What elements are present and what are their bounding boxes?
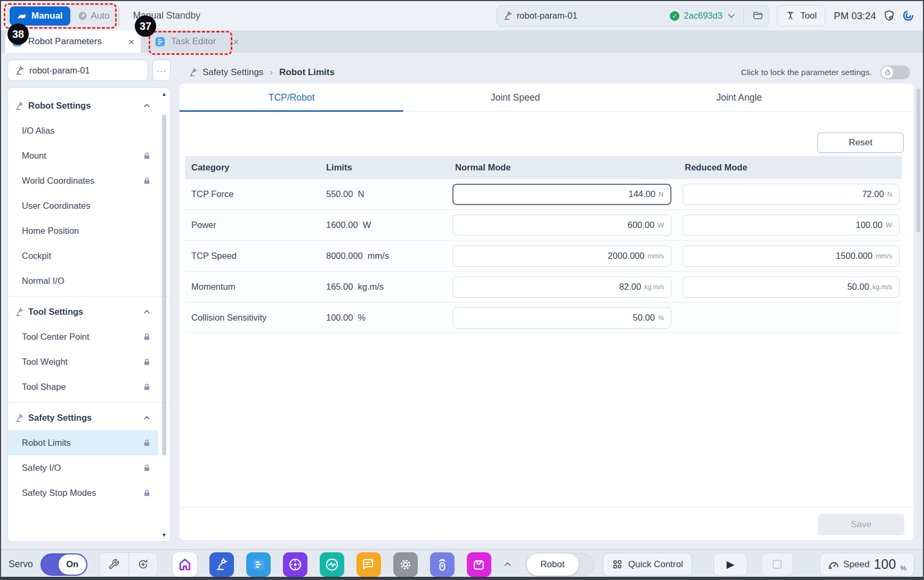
parameter-file-selector[interactable]: robot-param-01 ✓ 2ac693d3 — [497, 5, 769, 27]
speedometer-icon — [828, 559, 839, 570]
sidebar-more-button[interactable]: ··· — [152, 60, 171, 81]
divider — [8, 296, 170, 297]
scrollbar-thumb[interactable] — [162, 115, 166, 455]
operation-mode-toggle: Manual Auto — [7, 4, 119, 28]
table-row-collision-sensitivity: Collision Sensitivity 100.00% 50.00 % — [185, 303, 902, 333]
scroll-up-icon[interactable]: ▲ — [160, 91, 168, 97]
update-motion-button[interactable] — [128, 553, 157, 576]
sidebar-item-safety-io[interactable]: Safety I/O — [8, 455, 158, 480]
item-label: Robot Limits — [22, 438, 71, 448]
col-header-reduced-mode: Reduced Mode — [678, 162, 902, 173]
robot-icon — [14, 413, 24, 423]
input-value: 1500.000 — [836, 251, 873, 261]
safety-shield-icon[interactable] — [884, 10, 896, 22]
row-limit: 165.00kg.m/s — [299, 282, 443, 292]
manual-mode-button[interactable]: Manual — [10, 6, 70, 26]
sidebar-item-mount[interactable]: Mount — [8, 143, 158, 168]
stop-button[interactable] — [761, 553, 793, 576]
divider — [8, 402, 170, 403]
normal-mode-input[interactable]: 50.00 % — [452, 307, 671, 329]
sidebar-item-tool-shape[interactable]: Tool Shape — [8, 374, 158, 399]
sidebar-item-tool-center-point[interactable]: Tool Center Point — [8, 324, 158, 349]
reduced-mode-input[interactable]: 100.00 W — [683, 215, 899, 236]
sidebar-scrollbar[interactable]: ▲ ▼ — [160, 91, 168, 538]
reduced-mode-input[interactable]: 72.00 N — [683, 184, 899, 205]
scrollbar-thumb[interactable] — [917, 88, 920, 232]
main-scrollbar[interactable] — [915, 87, 921, 540]
tab-joint-angle[interactable]: Joint Angle — [627, 84, 851, 111]
section-tool-settings[interactable]: Tool Settings — [8, 299, 158, 324]
quick-control-grid-icon — [612, 559, 623, 570]
sidebar-item-robot-limits[interactable]: Robot Limits — [8, 430, 158, 455]
tab-tcp-robot[interactable]: TCP/Robot — [180, 84, 403, 111]
dock-app-home-icon[interactable] — [173, 552, 197, 577]
chevron-up-icon[interactable] — [143, 414, 151, 422]
quick-control-button[interactable]: Quick Control — [603, 553, 692, 576]
dock-app-log-icon[interactable] — [356, 552, 381, 577]
sidebar-param-name-field[interactable]: robot-param-01 — [7, 60, 148, 81]
input-unit: W — [658, 222, 664, 229]
sidebar-item-io-alias[interactable]: I/O Alias — [8, 118, 158, 143]
input-unit: W — [886, 222, 892, 229]
sidebar-item-safety-stop-modes[interactable]: Safety Stop Modes — [8, 480, 158, 505]
speed-control[interactable]: Speed 100 % — [820, 553, 914, 576]
tool-button[interactable]: Tool — [777, 5, 825, 27]
section-safety-settings[interactable]: Safety Settings — [8, 405, 158, 430]
sidebar-item-normal-io[interactable]: Normal I/O — [8, 268, 158, 293]
play-button[interactable]: ▶ — [714, 553, 748, 576]
limit-unit: W — [363, 220, 371, 230]
wrench-button[interactable] — [100, 553, 128, 576]
close-tab-icon[interactable]: × — [233, 37, 239, 47]
reset-button[interactable]: Reset — [817, 133, 904, 153]
play-icon: ▶ — [726, 558, 734, 570]
chevron-up-icon[interactable] — [143, 102, 151, 110]
section-label: Robot Settings — [28, 101, 91, 111]
auto-mode-icon — [78, 11, 87, 21]
sidebar-item-world-coordinates[interactable]: World Coordinates — [8, 168, 158, 193]
table-row-power: Power 1600.00W 600.00 W 100.00 W — [185, 210, 902, 241]
dock-collapse-chevron-icon[interactable] — [503, 560, 512, 569]
auto-mode-button[interactable]: Auto — [70, 6, 117, 26]
save-button[interactable]: Save — [818, 514, 904, 535]
reduced-mode-input[interactable]: 1500.000 mm/s — [683, 246, 899, 267]
quick-control-label: Quick Control — [628, 559, 683, 570]
robot-icon — [14, 66, 25, 76]
section-robot-settings[interactable]: Robot Settings — [8, 93, 158, 118]
dock-app-task-editor-icon[interactable] — [246, 552, 271, 577]
tool-icon — [785, 11, 796, 21]
item-label: Cockpit — [22, 251, 51, 261]
normal-mode-input[interactable]: 82.00 kg.m/s — [452, 276, 671, 298]
sidebar-item-home-position[interactable]: Home Position — [8, 218, 158, 243]
normal-mode-input[interactable]: 600.00 W — [452, 215, 671, 236]
dock-app-store-icon[interactable] — [467, 552, 491, 577]
input-value: 2000.000 — [608, 251, 645, 261]
divider — [743, 10, 744, 22]
sidebar-item-user-coordinates[interactable]: User Coordinates — [8, 193, 158, 218]
sidebar-item-tool-weight[interactable]: Tool Weight — [8, 349, 158, 374]
reduced-mode-input[interactable]: 50.00 kg.m/s — [683, 276, 899, 298]
servo-toggle[interactable]: On — [40, 553, 87, 576]
commit-hash: 2ac693d3 — [684, 11, 723, 21]
robot-icon — [14, 101, 24, 111]
chevron-down-icon[interactable] — [728, 11, 735, 18]
scroll-down-icon[interactable]: ▼ — [160, 532, 168, 538]
normal-mode-input[interactable]: 2000.000 mm/s — [452, 246, 671, 267]
open-file-button[interactable] — [752, 10, 764, 21]
limit-value: 8000.000 — [326, 251, 363, 260]
robot-view-toggle[interactable]: Robot — [526, 553, 594, 576]
stop-icon — [773, 560, 782, 569]
dock-app-robot-settings-icon[interactable] — [209, 552, 234, 577]
dock-app-remote-control-icon[interactable] — [430, 552, 455, 577]
sidebar-item-cockpit[interactable]: Cockpit — [8, 243, 158, 268]
power-swirl-icon[interactable] — [902, 10, 914, 22]
normal-mode-input[interactable]: 144.00 N — [452, 184, 671, 205]
dock-app-monitoring-icon[interactable] — [320, 552, 344, 577]
tab-joint-speed[interactable]: Joint Speed — [403, 84, 627, 111]
parameter-lock-toggle[interactable] — [880, 66, 910, 79]
tab-task-editor[interactable]: Task Editor × — [148, 30, 253, 53]
dock-app-launcher — [173, 552, 491, 577]
chevron-up-icon[interactable] — [143, 308, 151, 316]
close-tab-icon[interactable]: × — [128, 37, 134, 47]
dock-app-jog-icon[interactable] — [283, 552, 307, 577]
dock-app-settings-icon[interactable] — [393, 552, 418, 577]
